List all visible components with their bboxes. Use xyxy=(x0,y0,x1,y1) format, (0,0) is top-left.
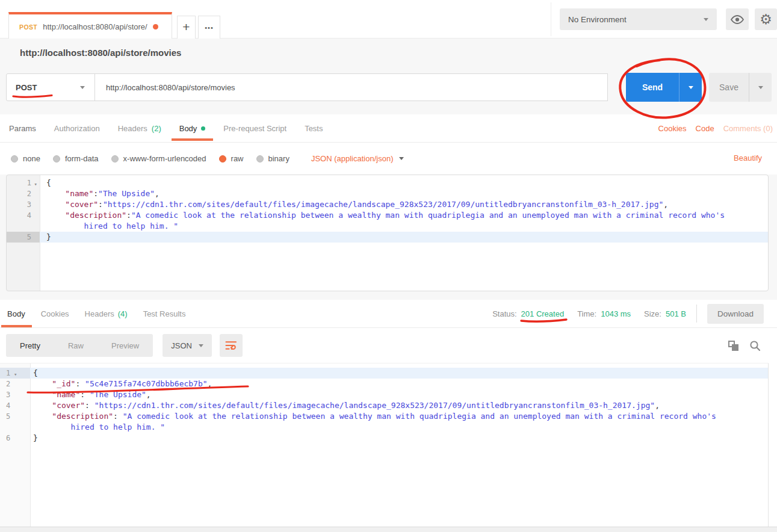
tab-authorization[interactable]: Authorization xyxy=(54,114,100,142)
new-tab-button[interactable]: + xyxy=(177,16,196,39)
response-toolbar-icons xyxy=(728,340,777,351)
send-button-group: Send xyxy=(626,73,702,102)
beautify-link[interactable]: Beautify xyxy=(734,153,762,162)
eye-icon xyxy=(731,15,744,24)
content-type-select[interactable]: JSON (application/json) xyxy=(311,154,404,163)
radio-icon xyxy=(256,155,264,162)
title-bar: http://localhost:8080/api/store/movies xyxy=(0,39,777,66)
unsaved-changes-dot-icon xyxy=(153,24,158,29)
response-headers-count-badge: (4) xyxy=(118,309,128,318)
request-tab-header[interactable]: POST http://localhost:8080/api/store/ xyxy=(8,12,172,39)
response-format-select[interactable]: JSON xyxy=(163,334,212,357)
response-tab-cookies[interactable]: Cookies xyxy=(41,300,69,327)
environment-preview-button[interactable] xyxy=(726,8,749,30)
chevron-down-icon xyxy=(199,344,203,347)
code-line: 3 "name": "The Upside", xyxy=(0,389,768,400)
tab-headers[interactable]: Headers (2) xyxy=(118,114,161,142)
radio-selected-icon xyxy=(219,155,226,162)
response-tab-body[interactable]: Body xyxy=(7,300,25,327)
body-set-dot-icon xyxy=(201,126,205,131)
view-mode-raw[interactable]: Raw xyxy=(54,341,98,350)
cookies-link[interactable]: Cookies xyxy=(658,124,687,133)
app-header: POST http://localhost:8080/api/store/ + … xyxy=(0,0,777,39)
status-value: 201 Created xyxy=(521,309,565,318)
code-line: 4 "cover": "https://cdn1.thr.com/sites/d… xyxy=(0,400,768,411)
chevron-down-icon xyxy=(704,18,708,21)
save-options-button[interactable] xyxy=(749,73,772,102)
code-line: 2 "_id": "5c4e715fa74c07dbbb6ecb7b", xyxy=(0,379,768,389)
method-selected-label: POST xyxy=(16,83,37,92)
radio-icon xyxy=(53,155,60,162)
divider xyxy=(696,305,697,323)
chevron-down-icon xyxy=(80,86,85,89)
code-line-wrap: hired to help him. " xyxy=(7,221,768,232)
body-mode-none[interactable]: none xyxy=(11,154,40,163)
chevron-down-icon xyxy=(399,157,404,160)
request-body-editor[interactable]: 1▾ { 2 "name":"The Upside", 3 "cover":"h… xyxy=(6,175,769,291)
more-tabs-button[interactable]: ••• xyxy=(198,16,220,39)
time-value: 1043 ms xyxy=(601,309,631,318)
word-wrap-icon xyxy=(225,341,237,350)
code-line: 6 } xyxy=(0,433,768,444)
response-meta: Status:201 Created Time:1043 ms Size:501… xyxy=(492,304,777,324)
download-button[interactable]: Download xyxy=(707,304,764,324)
request-tabs-row: Params Authorization Headers (2) Body Pr… xyxy=(0,114,777,143)
environment-select[interactable]: No Environment xyxy=(560,8,717,30)
code-line: 3 "cover":"https://cdn1.thr.com/sites/de… xyxy=(7,199,768,210)
search-button[interactable] xyxy=(749,340,761,351)
size-value: 501 B xyxy=(666,309,686,318)
body-mode-row: none form-data x-www-form-urlencoded raw… xyxy=(0,143,777,175)
code-line-active: 5 } xyxy=(7,232,768,243)
body-mode-raw[interactable]: raw xyxy=(219,154,244,163)
settings-button[interactable]: ⚙ xyxy=(755,8,777,30)
save-button-group: Save xyxy=(709,73,772,102)
copy-button[interactable] xyxy=(728,341,738,351)
status-label: Status: xyxy=(492,309,516,318)
radio-icon xyxy=(111,155,119,162)
request-links: Cookies Code Comments (0) xyxy=(658,124,777,133)
tab-url-label: http://localhost:8080/api/store/ xyxy=(43,22,147,31)
size-label: Size: xyxy=(644,309,661,318)
save-button[interactable]: Save xyxy=(709,73,749,102)
tab-body[interactable]: Body xyxy=(179,114,206,142)
body-mode-urlencoded[interactable]: x-www-form-urlencoded xyxy=(111,154,206,163)
response-tab-headers[interactable]: Headers (4) xyxy=(85,300,128,327)
page-title: http://localhost:8080/api/store/movies xyxy=(20,48,181,58)
send-button[interactable]: Send xyxy=(626,73,679,102)
tab-params[interactable]: Params xyxy=(9,114,36,142)
code-line-active: 1▾ { xyxy=(0,368,768,379)
chevron-down-icon xyxy=(689,86,693,89)
response-tabs-row: Body Cookies Headers (4) Test Results St… xyxy=(0,300,777,328)
url-builder-row: POST Send Save xyxy=(0,66,777,114)
url-input[interactable] xyxy=(94,73,608,101)
body-mode-form-data[interactable]: form-data xyxy=(53,154,99,163)
tab-method-label: POST xyxy=(19,23,37,31)
wrap-lines-button[interactable] xyxy=(220,334,243,357)
code-line: 1▾ { xyxy=(7,178,768,188)
response-panel: Body Cookies Headers (4) Test Results St… xyxy=(0,300,777,527)
radio-icon xyxy=(11,155,18,162)
gear-icon: ⚙ xyxy=(760,13,772,26)
view-mode-preview[interactable]: Preview xyxy=(98,341,153,350)
code-line: 4 "description":"A comedic look at the r… xyxy=(7,210,768,221)
tab-pre-request-script[interactable]: Pre-request Script xyxy=(223,114,286,142)
code-link[interactable]: Code xyxy=(696,124,714,133)
comments-link[interactable]: Comments (0) xyxy=(723,124,773,133)
send-options-button[interactable] xyxy=(679,73,702,102)
environment-selected-label: No Environment xyxy=(568,15,627,24)
response-body-editor[interactable]: 1▾ { 2 "_id": "5c4e715fa74c07dbbb6ecb7b"… xyxy=(0,363,769,527)
bottom-strip xyxy=(0,527,777,532)
response-tab-test-results[interactable]: Test Results xyxy=(143,300,186,327)
view-mode-switch: Pretty Raw Preview xyxy=(6,334,153,357)
view-mode-pretty[interactable]: Pretty xyxy=(6,341,54,350)
code-line: 2 "name":"The Upside", xyxy=(7,188,768,199)
code-line-wrap: hired to help him. " xyxy=(0,422,768,433)
body-mode-binary[interactable]: binary xyxy=(256,154,289,163)
code-line: 5 "description": "A comedic look at the … xyxy=(0,411,768,422)
time-label: Time: xyxy=(577,309,596,318)
method-select[interactable]: POST xyxy=(6,73,95,101)
tab-tests[interactable]: Tests xyxy=(305,114,323,142)
chevron-down-icon xyxy=(758,86,763,89)
response-toolbar: Pretty Raw Preview JSON xyxy=(0,328,777,363)
header-divider xyxy=(551,2,551,36)
